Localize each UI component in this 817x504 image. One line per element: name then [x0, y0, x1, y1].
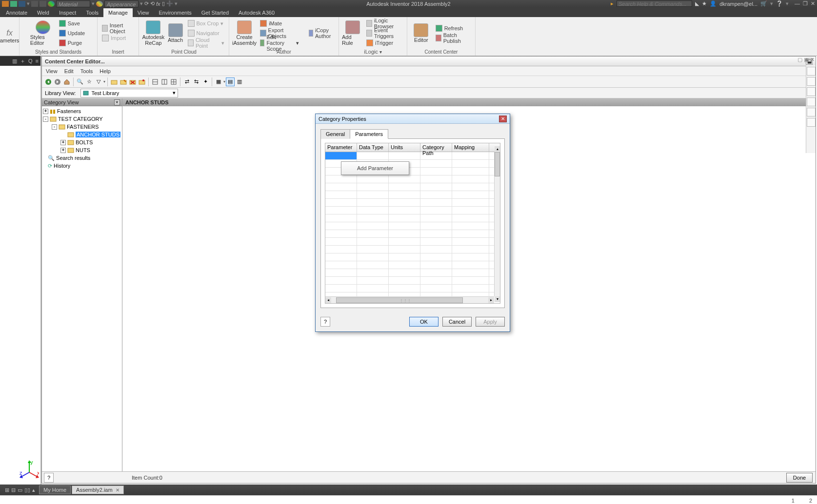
parameters-button[interactable]: fxameters: [1, 21, 19, 51]
zoom-icon[interactable]: [807, 97, 816, 106]
tab-general[interactable]: General: [320, 129, 350, 139]
create-iassembly-button[interactable]: Create iAssembly: [232, 19, 257, 48]
category-tree[interactable]: +▮▮ Fasteners -TEST CATEGORY -FASTENERS …: [42, 106, 122, 471]
tab-a360[interactable]: Autodesk A360: [234, 8, 279, 17]
recap-button[interactable]: Autodesk ReCap: [142, 19, 165, 48]
pan-icon[interactable]: [807, 87, 816, 96]
orbit-icon[interactable]: [807, 108, 816, 116]
tree-testcategory[interactable]: TEST CATEGORY: [58, 116, 103, 122]
imate-button[interactable]: iMate: [259, 19, 300, 28]
grid-row-selected[interactable]: [325, 152, 500, 160]
col-units[interactable]: Units: [389, 143, 420, 152]
tree-nuts[interactable]: NUTS: [76, 147, 90, 153]
link-icon-1[interactable]: ⇄: [182, 78, 191, 86]
favorite-icon[interactable]: ☆: [85, 78, 94, 86]
tab-parameters[interactable]: Parameters: [350, 129, 388, 139]
dialog-titlebar[interactable]: Category Properties ✕: [316, 114, 510, 124]
back-icon[interactable]: [44, 78, 53, 86]
view-icon-1[interactable]: ▦: [214, 78, 223, 86]
up-icon[interactable]: ▴: [32, 487, 35, 493]
add-rule-button[interactable]: Add Rule: [342, 19, 363, 48]
styles-editor-button[interactable]: Styles Editor: [30, 19, 56, 48]
cancel-button[interactable]: Cancel: [442, 317, 472, 327]
tree-anchor-studs[interactable]: ANCHOR STUDS: [76, 132, 120, 137]
cc-editor-button[interactable]: Editor: [410, 19, 432, 48]
lookat-icon[interactable]: [807, 118, 816, 127]
view-icon-2[interactable]: ▤: [226, 78, 235, 86]
col-parameter[interactable]: Parameter ...: [325, 143, 357, 152]
event-triggers-button[interactable]: Event Triggers: [365, 29, 404, 38]
cce-menu-help[interactable]: Help: [100, 68, 111, 74]
browser-assembly-icon[interactable]: ▥: [12, 58, 17, 64]
tab-weld[interactable]: Weld: [32, 8, 54, 17]
col-datatype[interactable]: Data Type: [357, 143, 389, 152]
col-categorypath[interactable]: Category Path: [420, 143, 452, 152]
browser-plus-icon[interactable]: ＋: [20, 58, 25, 65]
tab-view[interactable]: View: [133, 8, 154, 17]
tab-getstarted[interactable]: Get Started: [197, 8, 234, 17]
parameters-grid[interactable]: Parameter ... Data Type Units Category P…: [325, 143, 500, 304]
cce-close-icon[interactable]: ✕: [810, 57, 815, 63]
library-dropdown[interactable]: Test Library ▾: [80, 89, 178, 97]
view-icon-3[interactable]: ▥: [235, 78, 244, 86]
attach-button[interactable]: Attach: [167, 19, 184, 48]
filter-icon[interactable]: ▽: [94, 78, 103, 86]
full-nav-icon[interactable]: [807, 77, 816, 86]
props-folder-icon[interactable]: [138, 78, 146, 86]
insert-object-button[interactable]: Insert Object: [100, 24, 136, 33]
tab-tools[interactable]: Tools: [81, 8, 103, 17]
panel-ilogic-label[interactable]: iLogic ▾: [339, 49, 407, 56]
tab-assembly2[interactable]: Assembly2.iam✕: [72, 485, 124, 494]
batch-publish-button[interactable]: Batch Publish: [434, 34, 472, 42]
search-icon[interactable]: 🔍: [76, 78, 84, 86]
grid-vscrollbar[interactable]: ▴▾: [494, 152, 500, 296]
save-styles-button[interactable]: Save: [58, 19, 86, 28]
itrigger-button[interactable]: iTrigger: [365, 39, 404, 47]
edit-factory-scope-button[interactable]: Edit Factory Scope ▾: [259, 39, 300, 47]
family-icon-1[interactable]: [151, 78, 159, 86]
delete-folder-icon[interactable]: [128, 78, 137, 86]
cce-dock2-icon[interactable]: ▣: [804, 57, 809, 63]
fwd-icon[interactable]: [53, 78, 62, 86]
dialog-close-button[interactable]: ✕: [499, 116, 507, 122]
family-icon-3[interactable]: [169, 78, 178, 86]
cce-help-button[interactable]: ?: [44, 473, 54, 483]
ok-button[interactable]: OK: [409, 317, 438, 327]
list-icon[interactable]: ▯▯: [24, 487, 30, 493]
tab-myhome[interactable]: My Home: [39, 485, 71, 494]
tree-fasteners[interactable]: Fasteners: [57, 108, 81, 114]
tab-inspect[interactable]: Inspect: [54, 8, 81, 17]
tab-manage[interactable]: Manage: [103, 8, 133, 17]
category-view-close[interactable]: ✕: [114, 99, 120, 105]
family-icon-2[interactable]: [160, 78, 169, 86]
viewcube-icon[interactable]: [807, 67, 816, 76]
link-icon-2[interactable]: ⇆: [192, 78, 200, 86]
tree-history[interactable]: History: [54, 163, 70, 169]
edit-folder-icon[interactable]: [119, 78, 128, 86]
refresh-button[interactable]: Refresh: [434, 24, 472, 33]
expand-icon[interactable]: +: [43, 109, 48, 114]
col-mapping[interactable]: Mapping: [452, 143, 489, 152]
new-folder-icon[interactable]: [110, 78, 119, 86]
cce-menu-view[interactable]: View: [46, 68, 58, 74]
browser-search-icon[interactable]: Q: [28, 58, 33, 64]
cce-menu-edit[interactable]: Edit: [64, 68, 74, 74]
expand-icon[interactable]: +: [60, 148, 66, 153]
cce-menu-tools[interactable]: Tools: [80, 68, 93, 74]
tile-icon[interactable]: ⊞: [5, 487, 9, 493]
tree-search-results[interactable]: Search results: [56, 155, 90, 161]
tab-close-icon[interactable]: ✕: [116, 487, 120, 493]
icopy-author-button[interactable]: iCopy Author: [307, 29, 336, 38]
home-icon[interactable]: [62, 78, 71, 86]
tree-bolts[interactable]: BOLTS: [76, 139, 93, 145]
expand-icon[interactable]: +: [60, 140, 66, 145]
cascade-icon[interactable]: ⊟: [11, 487, 16, 493]
tree-fasteners-sub[interactable]: FASTENERS: [67, 124, 99, 130]
ilogic-browser-button[interactable]: iLogic Browser: [365, 19, 404, 28]
done-button[interactable]: Done: [786, 473, 813, 483]
add-parameter-menuitem[interactable]: Add Parameter: [341, 164, 409, 173]
update-styles-button[interactable]: Update: [58, 29, 86, 38]
tab-annotate[interactable]: Annotate: [1, 8, 32, 17]
link-icon-3[interactable]: ✦: [201, 78, 210, 86]
browser-menu-icon[interactable]: ≡: [36, 58, 39, 64]
